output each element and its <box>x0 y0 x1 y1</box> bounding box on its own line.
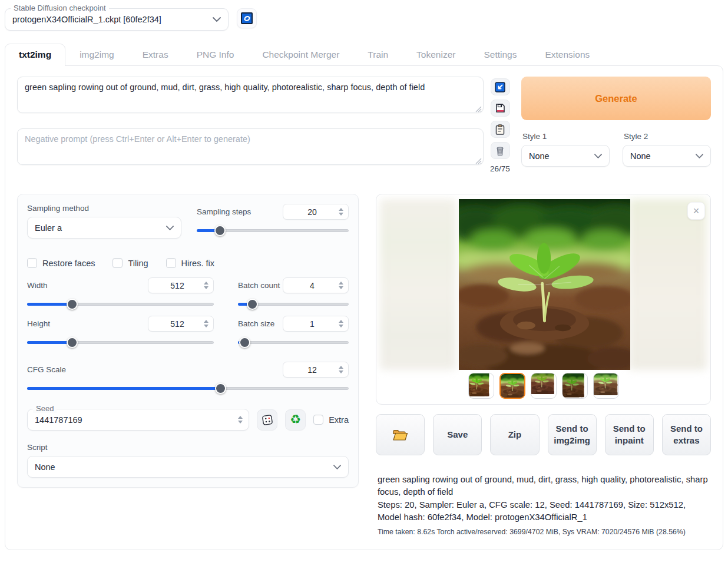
checkbox-icon <box>313 415 323 425</box>
style2-dropdown[interactable]: None <box>623 145 711 167</box>
chevron-down-icon <box>696 154 703 158</box>
tab-train[interactable]: Train <box>353 44 402 65</box>
checkpoint-dropdown[interactable]: Stable Diffusion checkpoint protogenX34O… <box>5 8 229 31</box>
random-seed-button[interactable] <box>257 409 277 431</box>
script-dropdown[interactable]: None <box>27 456 349 478</box>
clear-prompt-button[interactable] <box>491 142 510 159</box>
checkbox-icon <box>27 258 37 268</box>
tab-png-info[interactable]: PNG Info <box>183 44 249 65</box>
style1-label: Style 1 <box>522 132 610 141</box>
extra-seed-checkbox[interactable]: Extra <box>313 415 349 425</box>
gallery-thumbnail-2-selected[interactable] <box>499 373 525 399</box>
cfg-scale-slider[interactable] <box>27 383 349 393</box>
seed-label: Seed <box>33 404 57 413</box>
save-button[interactable]: Save <box>433 414 482 455</box>
generation-info-params: Steps: 20, Sampler: Euler a, CFG scale: … <box>378 499 711 524</box>
send-to-inpaint-button[interactable]: Send to inpaint <box>605 414 654 455</box>
zip-button[interactable]: Zip <box>490 414 539 455</box>
batch-count-slider[interactable] <box>238 299 349 309</box>
stepper-icon[interactable] <box>236 415 245 425</box>
seed-input[interactable] <box>35 415 236 425</box>
height-label: Height <box>27 319 50 328</box>
hires-fix-checkbox[interactable]: Hires. fix <box>166 258 214 268</box>
close-icon[interactable]: × <box>687 202 705 220</box>
send-to-img2img-button[interactable]: Send to img2img <box>548 414 597 455</box>
send-to-extras-button[interactable]: Send to extras <box>662 414 711 455</box>
height-slider[interactable] <box>27 337 214 348</box>
batch-size-slider[interactable] <box>238 337 349 348</box>
batch-size-input[interactable] <box>288 319 336 329</box>
paste-params-button[interactable] <box>491 78 510 95</box>
negative-prompt-input[interactable] <box>17 128 484 165</box>
prompt-input[interactable]: green sapling rowing out of ground, mud,… <box>17 77 484 113</box>
tab-extensions[interactable]: Extensions <box>531 44 604 65</box>
recycle-icon: ♻ <box>290 413 301 426</box>
stepper-icon[interactable] <box>336 319 346 329</box>
stepper-icon[interactable] <box>336 280 346 290</box>
width-input[interactable] <box>153 281 201 290</box>
reuse-seed-button[interactable]: ♻ <box>285 409 306 431</box>
generate-button[interactable]: Generate <box>521 77 711 120</box>
script-value: None <box>35 462 55 472</box>
checkpoint-label: Stable Diffusion checkpoint <box>11 4 109 12</box>
top-bar: Stable Diffusion checkpoint protogenX34O… <box>0 0 728 31</box>
tab-tokenizer[interactable]: Tokenizer <box>402 44 469 65</box>
restore-faces-label: Restore faces <box>42 259 95 268</box>
sampling-steps-label: Sampling steps <box>197 207 251 216</box>
checkbox-icon <box>166 258 176 268</box>
sampling-method-dropdown[interactable]: Euler a <box>27 217 181 239</box>
gallery-thumbnail-3[interactable] <box>531 373 557 399</box>
sampling-method-value: Euler a <box>35 223 62 233</box>
floppy-disk-icon <box>495 103 505 113</box>
clipboard-icon <box>495 124 505 135</box>
batch-count-input[interactable] <box>288 281 336 290</box>
tiling-label: Tiling <box>128 259 148 268</box>
batch-count-label: Batch count <box>238 281 280 290</box>
stepper-icon[interactable] <box>336 207 346 217</box>
save-style-button[interactable] <box>491 100 510 117</box>
apply-style-button[interactable] <box>491 121 510 138</box>
arrow-down-left-icon <box>495 82 505 92</box>
tab-checkpoint-merger[interactable]: Checkpoint Merger <box>248 44 353 65</box>
generated-image[interactable] <box>459 199 630 370</box>
token-counter: 26/75 <box>490 164 510 173</box>
sampling-method-label: Sampling method <box>27 204 181 213</box>
style1-dropdown[interactable]: None <box>521 145 610 167</box>
cfg-scale-numbox <box>283 362 349 378</box>
stepper-icon[interactable] <box>201 280 211 290</box>
refresh-icon <box>241 12 253 24</box>
height-numbox <box>148 316 214 332</box>
style2-value: None <box>630 151 651 161</box>
generation-info-performance: Time taken: 8.62s Torch active/reserved:… <box>378 528 711 536</box>
stepper-icon[interactable] <box>201 319 211 329</box>
restore-faces-checkbox[interactable]: Restore faces <box>27 258 95 268</box>
chevron-down-icon <box>594 154 602 158</box>
trash-icon <box>495 145 505 156</box>
tiling-checkbox[interactable]: Tiling <box>112 258 148 268</box>
gallery-actions: Save Zip Send to img2img Send to inpaint… <box>376 414 711 455</box>
gallery-thumbnail-5[interactable] <box>593 373 619 399</box>
gallery-thumbnail-4[interactable] <box>562 373 588 399</box>
height-input[interactable] <box>153 319 201 329</box>
gallery-next-image[interactable] <box>628 199 707 370</box>
generation-info: green sapling rowing out of ground, mud,… <box>376 474 711 536</box>
tab-extras[interactable]: Extras <box>128 44 183 65</box>
gallery-prev-image[interactable] <box>380 199 456 370</box>
cfg-scale-input[interactable] <box>288 365 336 375</box>
sampling-steps-numbox <box>283 204 349 220</box>
stepper-icon[interactable] <box>336 365 346 375</box>
open-folder-button[interactable] <box>376 414 425 455</box>
tab-settings[interactable]: Settings <box>469 44 531 65</box>
sampling-steps-input[interactable] <box>288 207 336 217</box>
sampling-steps-slider[interactable] <box>197 225 349 236</box>
tab-img2img[interactable]: img2img <box>65 44 128 65</box>
main-tab-bar: txt2img img2img Extras PNG Info Checkpoi… <box>5 44 728 65</box>
width-label: Width <box>27 281 48 290</box>
width-slider[interactable] <box>27 299 214 309</box>
gallery-thumbnail-1[interactable] <box>468 373 494 399</box>
gallery-thumbnails <box>376 373 710 399</box>
tab-txt2img[interactable]: txt2img <box>5 44 65 66</box>
style2-label: Style 2 <box>624 132 711 141</box>
refresh-checkpoint-button[interactable] <box>237 8 257 28</box>
batch-size-label: Batch size <box>238 319 274 328</box>
